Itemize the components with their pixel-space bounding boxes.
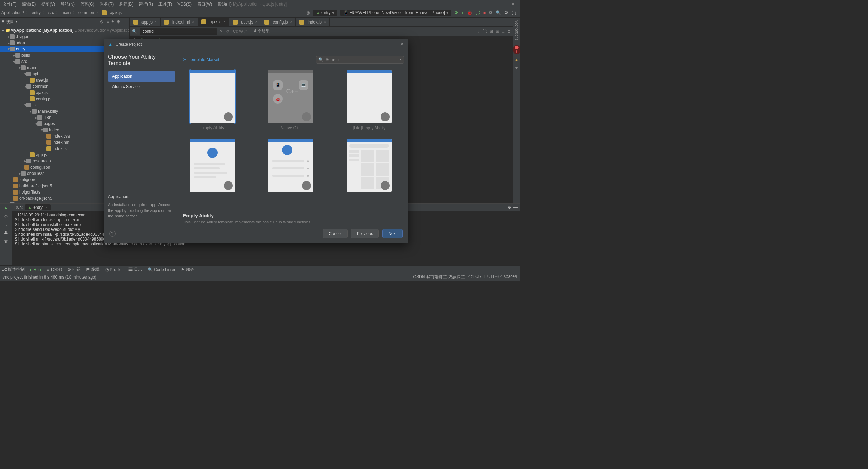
sync-icon[interactable]: ◎ <box>306 10 310 15</box>
more-icon[interactable]: ≣ <box>507 29 511 34</box>
menu-nav[interactable]: 导航(N) <box>61 1 75 7</box>
coverage-icon[interactable]: ⛶ <box>476 10 480 15</box>
add-selection-icon[interactable]: ⊞ <box>490 29 493 34</box>
run-config-dropdown[interactable]: ▲entry▾ <box>313 10 337 16</box>
template-Empty Ability[interactable]: Empty Ability <box>184 70 241 130</box>
stop-run-icon[interactable]: ⚙ <box>4 214 8 219</box>
tab-run[interactable]: ▸ Run <box>30 267 41 272</box>
breadcrumb-item[interactable]: src <box>48 10 54 15</box>
select-opened-icon[interactable]: ⊙ <box>100 19 103 24</box>
chevron-down-icon[interactable]: ▾ <box>515 66 518 71</box>
menu-file[interactable]: 文件(F) <box>3 1 16 7</box>
menu-edit[interactable]: 编辑(E) <box>22 1 36 7</box>
close-tab-icon[interactable]: × <box>192 20 194 24</box>
menu-build[interactable]: 构建(B) <box>119 1 133 7</box>
down-icon[interactable]: ↓ <box>5 222 7 227</box>
dialog-close-button[interactable]: ✕ <box>400 41 404 47</box>
close-tab-icon[interactable]: × <box>290 20 292 24</box>
project-structure-icon[interactable]: ⧉ <box>489 10 492 15</box>
template-detail3[interactable] <box>340 139 398 194</box>
category-atomic-service[interactable]: Atomic Service <box>108 82 175 92</box>
category-application[interactable]: Application <box>108 71 175 82</box>
rerun-icon[interactable]: ▸ <box>5 206 7 210</box>
refresh-icon[interactable]: ⟳ <box>455 10 458 15</box>
tab-user.js[interactable]: user.js× <box>229 18 261 26</box>
tab-log[interactable]: ☰ 日志 <box>128 266 142 272</box>
template-[Lite]Empty Ability[interactable]: [Lite]Empty Ability <box>340 70 398 130</box>
remove-selection-icon[interactable]: ⊟ <box>496 29 499 34</box>
create-project-dialog: ▲ Create Project ✕ Choose Your Ability T… <box>104 39 408 243</box>
template-Native C++[interactable]: 📱💻🚗C++Native C++ <box>262 70 319 130</box>
collapse-all-icon[interactable]: ÷ <box>111 19 114 24</box>
menu-window[interactable]: 窗口(W) <box>197 1 212 7</box>
close-window-button[interactable]: ✕ <box>511 2 515 7</box>
close-tab-icon[interactable]: × <box>155 20 157 24</box>
clear-find-icon[interactable]: × <box>220 29 222 34</box>
clear-search-icon[interactable]: × <box>399 57 402 62</box>
minimize-button[interactable]: — <box>490 2 494 7</box>
error-count-badge[interactable]: ⬤ 3 <box>513 45 520 54</box>
cancel-button[interactable]: Cancel <box>323 229 347 238</box>
run-tab-entry[interactable]: ▲entry× <box>25 204 51 210</box>
settings-icon[interactable]: ⚙ <box>504 10 508 15</box>
tab-profiler[interactable]: ◔ Profiler <box>105 267 123 272</box>
history-icon[interactable]: ↻ <box>226 29 229 34</box>
help-icon[interactable]: ? <box>109 231 116 237</box>
menu-refactor[interactable]: 重构(R) <box>100 1 114 7</box>
search-input[interactable] <box>326 57 397 62</box>
close-tab-icon[interactable]: × <box>255 20 257 24</box>
menu-code[interactable]: 代码(C) <box>80 1 94 7</box>
breadcrumb-item[interactable]: common <box>78 10 94 15</box>
menu-help[interactable]: 帮助(H) <box>218 1 232 7</box>
template-search[interactable]: 🔍 × <box>316 56 404 64</box>
trash-icon[interactable]: 🗑 <box>4 239 8 244</box>
find-bar: 🔍 × ↻ Cc W .* 4 个结果 ↑ ↓ ⛶ ⊞ ⊟ ⎵ ≣ ▼ <box>130 27 520 36</box>
tab-app.js[interactable]: app.js× <box>130 18 161 26</box>
tab-version-control[interactable]: ⎇ 版本控制 <box>2 266 25 272</box>
hide-panel-icon[interactable]: — <box>123 19 127 24</box>
next-button[interactable]: Next <box>382 229 403 238</box>
breadcrumb-item[interactable]: Application2 <box>1 10 24 15</box>
print-icon[interactable]: 🖶 <box>4 231 8 235</box>
find-input[interactable] <box>140 28 217 35</box>
search-icon[interactable]: 🔍 <box>496 10 501 15</box>
tab-services[interactable]: ▶ 服务 <box>181 266 194 272</box>
run-settings-icon[interactable]: ⚙ <box>508 205 511 210</box>
panel-settings-icon[interactable]: ⚙ <box>117 19 120 24</box>
menu-view[interactable]: 视图(V) <box>41 1 55 7</box>
template-detail2[interactable]: ●●● <box>262 139 319 194</box>
breadcrumb-item[interactable]: main <box>62 10 71 15</box>
template-market-link[interactable]: 🛍 Template Market <box>182 57 219 62</box>
menu-tools[interactable]: 工具(T) <box>158 1 172 7</box>
close-tab-icon[interactable]: × <box>223 20 226 24</box>
tab-code-linter[interactable]: 🔍 Code Linter <box>148 267 175 272</box>
run-hide-icon[interactable]: — <box>513 205 518 210</box>
debug-icon[interactable]: 🐞 <box>467 10 472 15</box>
notifications-tab[interactable]: Notifications <box>514 18 520 43</box>
breadcrumb-item[interactable]: ajax.js <box>110 10 122 15</box>
device-dropdown[interactable]: 📱HUAWEI Phone [NewDevice_from_Huawei_Pho… <box>340 10 451 16</box>
tab-config.js[interactable]: config.js× <box>261 18 296 26</box>
tab-index.hml[interactable]: index.hml× <box>161 18 198 26</box>
tab-todo[interactable]: ≡ TODO <box>47 267 62 272</box>
toggle-icon[interactable]: ⎵ <box>502 29 504 34</box>
template-detail1[interactable] <box>184 139 241 194</box>
menu-vcs[interactable]: VCS(S) <box>177 2 192 7</box>
tab-terminal[interactable]: ▣ 终端 <box>86 266 100 272</box>
menu-run[interactable]: 运行(R) <box>139 1 153 7</box>
select-all-icon[interactable]: ⛶ <box>483 29 487 34</box>
tab-problems[interactable]: ⊘ 问题 <box>67 266 80 272</box>
user-icon[interactable]: ◯ <box>512 10 516 15</box>
breadcrumb-item[interactable]: entry <box>31 10 41 15</box>
expand-all-icon[interactable]: ≡ <box>106 19 109 24</box>
tab-ajax.js[interactable]: ajax.js× <box>198 18 229 26</box>
next-match-icon[interactable]: ↓ <box>478 29 480 34</box>
warning-icon[interactable]: ▴ <box>515 57 518 62</box>
run-icon[interactable]: ▸ <box>462 10 464 15</box>
prev-match-icon[interactable]: ↑ <box>473 29 475 34</box>
close-tab-icon[interactable]: × <box>324 20 326 24</box>
tab-index.js[interactable]: index.js× <box>296 18 330 26</box>
previous-button[interactable]: Previous <box>351 229 379 238</box>
stop-icon[interactable]: ■ <box>483 10 486 15</box>
maximize-button[interactable]: ▢ <box>501 2 504 7</box>
